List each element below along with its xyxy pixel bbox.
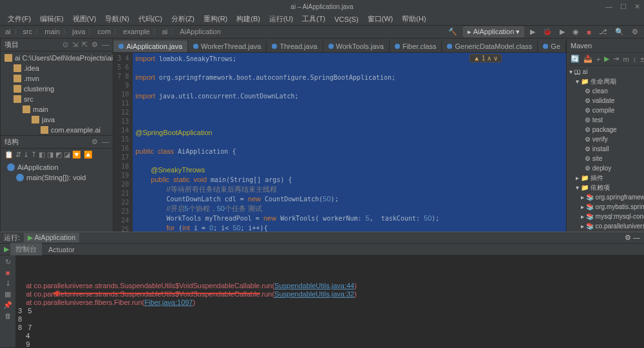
- tree-item[interactable]: .idea: [1, 63, 113, 73]
- stack-link[interactable]: SuspendableUtils.java:32: [274, 290, 354, 298]
- maven-item[interactable]: ▾ 📁 依赖项: [567, 183, 644, 192]
- actuator-tab[interactable]: Actuator: [43, 244, 80, 255]
- run-maven-icon[interactable]: ▶: [604, 55, 609, 63]
- pin-icon[interactable]: 📌: [3, 301, 12, 309]
- editor-tab[interactable]: Thread.java: [267, 41, 323, 52]
- run-config-tab[interactable]: ▶ AiApplication: [24, 233, 79, 243]
- rerun-icon[interactable]: ↻: [5, 258, 11, 266]
- maven-item[interactable]: ▸ 📚 mysql:mysql-connector-java:8.0.28: [567, 212, 644, 221]
- menu-item[interactable]: 帮助(H): [398, 13, 430, 25]
- menu-item[interactable]: 视图(V): [69, 13, 100, 25]
- hide-icon[interactable]: —: [102, 138, 109, 146]
- collapse-icon[interactable]: ↕: [633, 55, 637, 63]
- maven-item[interactable]: ⚙ verify: [567, 134, 644, 144]
- gear-icon[interactable]: ⚙: [91, 138, 98, 146]
- gear-icon[interactable]: ⚙: [91, 41, 98, 49]
- menu-item[interactable]: 编辑(E): [36, 13, 68, 25]
- breadcrumb-item[interactable]: AiApplication: [178, 28, 222, 35]
- minimize-icon[interactable]: —: [605, 3, 612, 11]
- maven-item[interactable]: ⚙ compile: [567, 105, 644, 115]
- maven-item[interactable]: ⚙ site: [567, 154, 644, 163]
- code-area[interactable]: import lombok.SneakyThrows; import org.s…: [133, 53, 566, 232]
- menu-item[interactable]: 导航(N): [101, 13, 133, 25]
- menu-item[interactable]: 运行(U): [265, 13, 297, 25]
- exit-icon[interactable]: ⤓: [5, 279, 11, 288]
- maven-item[interactable]: ▾ 📁 生命周期: [567, 77, 644, 86]
- editor-tab[interactable]: GenericDataModel.class: [442, 41, 538, 52]
- run-icon[interactable]: ▶: [528, 28, 537, 36]
- maven-item[interactable]: ⚙ clean: [567, 86, 644, 96]
- maven-item[interactable]: ▸ 📚 org.mybatis.spring.boot:mybatis-spri…: [567, 202, 644, 212]
- tree-item[interactable]: .mvn: [1, 73, 113, 84]
- menu-item[interactable]: 重构(R): [200, 13, 231, 25]
- gear-icon[interactable]: ⚙ —: [625, 234, 640, 242]
- maven-item[interactable]: ▾ 🕮 ai: [567, 67, 644, 77]
- hide-icon[interactable]: —: [102, 41, 109, 49]
- tree-item[interactable]: java: [1, 114, 113, 125]
- stack-link[interactable]: Fiber.java:1097: [144, 298, 193, 306]
- rerun-icon[interactable]: ▶: [4, 245, 9, 253]
- project-root[interactable]: ai C:\Users\Dell\IdeaProjects\ai: [1, 53, 113, 63]
- console-output[interactable]: at co.paralleluniverse.strands.Suspendab…: [15, 255, 644, 347]
- breadcrumb-item[interactable]: ai: [4, 28, 12, 35]
- trash-icon[interactable]: 🗑: [5, 312, 12, 320]
- menu-item[interactable]: 代码(C): [135, 13, 166, 25]
- structure-item[interactable]: AiApplication: [1, 162, 113, 172]
- layout-icon[interactable]: ▦: [5, 290, 11, 298]
- menu-item[interactable]: 分析(Z): [167, 13, 198, 25]
- toggle-icon[interactable]: m: [623, 55, 629, 63]
- stack-link[interactable]: SuspendableUtils.java:44: [274, 282, 354, 289]
- stop-icon[interactable]: ■: [585, 28, 593, 36]
- search-icon[interactable]: 🔍: [613, 28, 626, 36]
- console-tab[interactable]: 控制台: [10, 243, 42, 255]
- maven-item[interactable]: ▸ 📚 org.springframework.boot:spring-boot…: [567, 192, 644, 202]
- settings-icon[interactable]: ⚙: [630, 28, 640, 36]
- breadcrumb-item[interactable]: main: [43, 28, 61, 35]
- menu-item[interactable]: 文件(F): [4, 13, 35, 25]
- maven-item[interactable]: ▸ 📁 插件: [567, 173, 644, 183]
- editor-tab[interactable]: WorkerThread.java: [188, 41, 267, 52]
- maven-item[interactable]: ▸ 📚 co.paralleluniverse:quasar-core:jdk8…: [567, 221, 644, 231]
- tree-item[interactable]: clustering: [1, 84, 113, 94]
- profile-icon[interactable]: ◉: [571, 28, 581, 36]
- menu-item[interactable]: 工具(T): [298, 13, 329, 25]
- maven-item[interactable]: ⚙ deploy: [567, 163, 644, 173]
- coverage-icon[interactable]: ▶: [558, 28, 567, 36]
- editor-tab[interactable]: Fiber.class: [390, 41, 442, 52]
- run-config-dropdown[interactable]: ▸ AiApplication ▾: [463, 26, 524, 37]
- hammer-icon[interactable]: 🔨: [446, 28, 459, 36]
- add-icon[interactable]: +: [596, 55, 600, 63]
- breadcrumb-item[interactable]: java: [71, 28, 86, 35]
- editor-tab[interactable]: AiApplication.java: [113, 41, 188, 52]
- breadcrumb-item[interactable]: com: [96, 28, 112, 35]
- tree-item[interactable]: com.example.ai: [1, 125, 113, 135]
- editor-tab[interactable]: Ge: [538, 41, 566, 52]
- tree-item[interactable]: src: [1, 94, 113, 104]
- stop-icon[interactable]: ■: [6, 269, 10, 277]
- select-opened-icon[interactable]: ⊙: [62, 41, 68, 49]
- git-icon[interactable]: ⎇: [597, 28, 609, 36]
- maximize-icon[interactable]: ☐: [620, 3, 627, 11]
- problems-badge[interactable]: ▲ 1 ∧ ∨: [469, 54, 502, 62]
- execute-icon[interactable]: ⇥: [613, 55, 619, 63]
- maven-item[interactable]: ⚙ install: [567, 144, 644, 154]
- close-icon[interactable]: ✕: [634, 3, 640, 11]
- tree-item[interactable]: main: [1, 104, 113, 114]
- maven-item[interactable]: ⚙ validate: [567, 96, 644, 105]
- expand-icon[interactable]: ±: [640, 55, 644, 63]
- menu-item[interactable]: 构建(B): [232, 13, 264, 25]
- editor-tab[interactable]: WorkTools.java: [323, 41, 390, 52]
- breadcrumb-item[interactable]: example: [122, 28, 151, 35]
- reload-icon[interactable]: 🔄: [571, 55, 580, 63]
- maven-item[interactable]: ⚙ package: [567, 125, 644, 134]
- collapse-icon[interactable]: ⇱: [82, 41, 88, 49]
- generate-icon[interactable]: 📥: [583, 55, 592, 63]
- expand-icon[interactable]: ⇲: [72, 41, 78, 49]
- breadcrumb-item[interactable]: src: [22, 28, 34, 35]
- menu-item[interactable]: 窗口(W): [364, 13, 397, 25]
- debug-icon[interactable]: 🐞: [541, 28, 554, 36]
- structure-item[interactable]: main(String[]): void: [1, 172, 113, 183]
- breadcrumb-item[interactable]: ai: [161, 28, 169, 35]
- maven-item[interactable]: ⚙ test: [567, 115, 644, 125]
- menu-item[interactable]: VCS(S): [330, 14, 362, 24]
